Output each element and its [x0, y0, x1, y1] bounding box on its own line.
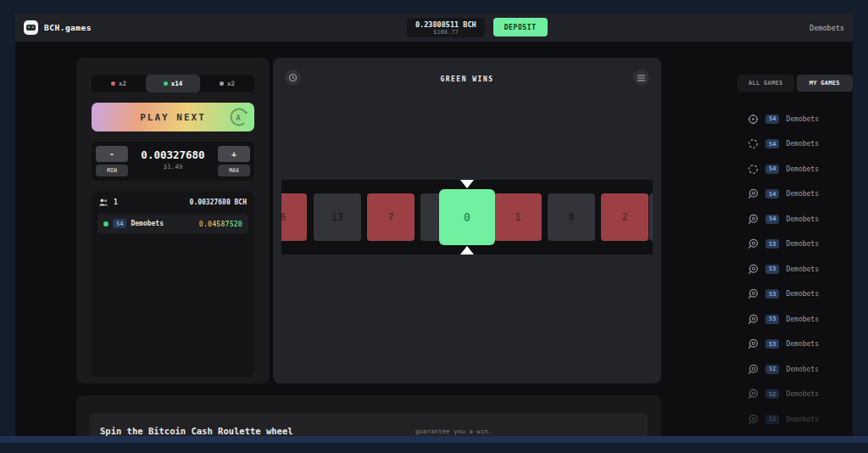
games-tabs: ALL GAMESMY GAMES [737, 75, 853, 92]
level-badge: 53 [765, 339, 779, 349]
roulette-icon [748, 389, 759, 400]
balance-amount: 0.23808511 BCH [415, 20, 476, 29]
level-badge: 54 [765, 215, 779, 224]
game-history-row[interactable]: 52Demobets [748, 411, 853, 428]
game-player-name: Demobets [786, 240, 819, 248]
game-history-row[interactable]: 54Demobets [748, 110, 853, 127]
multiplier-label: x2 [119, 80, 126, 87]
wheel-icon [748, 164, 759, 175]
svg-text:A: A [236, 113, 242, 122]
player-name: Demobets [131, 220, 164, 227]
bet-amount-value[interactable]: 0.00327680 [128, 148, 218, 161]
level-badge: 52 [765, 389, 779, 399]
roulette-tile-2: 2 [601, 193, 648, 241]
wallet-group: 0.23808511 BCH $108.77 DEPOSIT [407, 18, 548, 37]
auto-spin-icon: A [228, 106, 250, 128]
games-panel: ALL GAMESMY GAMES 54Demobets54Demobets54… [734, 58, 853, 442]
game-player-name: Demobets [786, 290, 819, 298]
multiplier-dot-icon [164, 81, 168, 86]
play-next-label: PLAY NEXT [140, 112, 206, 123]
game-player-name: Demobets [786, 140, 819, 148]
level-badge: 52 [765, 365, 779, 374]
brand[interactable]: BCH.games [24, 20, 92, 35]
level-badge: 54 [765, 139, 779, 148]
roulette-icon [748, 414, 759, 425]
bet-amount-box: - MIN 0.00327680 $1.49 + MAX [92, 142, 254, 181]
game-player-name: Demobets [786, 115, 819, 123]
deposit-button[interactable]: DEPOSIT [493, 18, 548, 36]
top-bar: BCH.games 0.23808511 BCH $108.77 DEPOSIT… [15, 14, 853, 42]
game-history-row[interactable]: 53Demobets [748, 286, 853, 303]
multiplier-label: x14 [171, 80, 183, 87]
game-player-name: Demobets [786, 190, 819, 198]
players-header: 1 0.00327680 BCH [97, 199, 248, 206]
roulette-tile-7: 7 [367, 193, 415, 241]
roulette-tile-1: 1 [494, 193, 542, 241]
online-dot-icon [103, 221, 108, 226]
roulette-icon [748, 288, 759, 299]
roulette-strip: 61371401829 [281, 180, 653, 254]
menu-button[interactable] [633, 70, 649, 86]
players-card: 1 0.00327680 BCH 54Demobets0.04587520 [92, 192, 254, 377]
roulette-tile-6: 6 [281, 193, 307, 241]
multiplier-label: x2 [227, 80, 235, 87]
games-tab-all-games[interactable]: ALL GAMES [737, 75, 794, 92]
bet-decrease-button[interactable]: - [96, 146, 128, 162]
app-window: BCH.games 0.23808511 BCH $108.77 DEPOSIT… [15, 14, 853, 442]
game-history-row[interactable]: 53Demobets [748, 336, 853, 353]
game-player-name: Demobets [786, 366, 819, 373]
main-area: x2x14x2 PLAY NEXT A - MIN 0.003276 [15, 42, 853, 442]
level-badge: 53 [765, 265, 779, 274]
multiplier-dot-icon [111, 81, 115, 86]
description-heading: Spin the Bitcoin Cash Roulette wheel [100, 426, 293, 436]
multiplier-tab-x14[interactable]: x14 [146, 75, 200, 92]
play-next-button[interactable]: PLAY NEXT A [92, 103, 254, 131]
bet-increase-button[interactable]: + [218, 146, 250, 162]
game-history-row[interactable]: 54Demobets [748, 210, 853, 227]
selector-arrow-up-icon [460, 246, 474, 254]
roulette-icon [748, 188, 759, 199]
game-history-row[interactable]: 53Demobets [748, 236, 853, 253]
game-player-name: Demobets [786, 340, 819, 348]
multiplier-tab-x2[interactable]: x2 [92, 75, 146, 92]
level-badge: 54 [113, 219, 126, 228]
level-badge: 53 [765, 239, 779, 249]
bottom-strip [0, 436, 868, 443]
balance-fiat: $108.77 [415, 29, 476, 36]
roulette-icon [748, 214, 759, 225]
level-badge: 54 [765, 189, 779, 199]
multiplier-tabs: x2x14x2 [92, 75, 254, 92]
brand-name: BCH.games [44, 23, 92, 32]
bet-min-button[interactable]: MIN [96, 165, 128, 176]
game-history-row[interactable]: 54Demobets [748, 160, 853, 177]
username[interactable]: Demobets [810, 24, 844, 32]
player-row[interactable]: 54Demobets0.04587520 [97, 214, 248, 233]
game-history-row[interactable]: 54Demobets [748, 186, 853, 203]
level-badge: 53 [765, 289, 779, 299]
roulette-tile-8: 8 [548, 193, 595, 241]
players-list: 54Demobets0.04587520 [97, 214, 248, 233]
multiplier-dot-icon [220, 81, 224, 86]
screen: BCH.games 0.23808511 BCH $108.77 DEPOSIT… [0, 0, 868, 453]
level-badge: 54 [765, 165, 779, 174]
player-bet-value: 0.04587520 [199, 220, 242, 228]
game-history-row[interactable]: 53Demobets [748, 310, 853, 327]
wheel-icon [748, 138, 759, 149]
description-card: Spin the Bitcoin Cash Roulette wheel gua… [76, 395, 661, 442]
game-history-row[interactable]: 54Demobets [748, 136, 853, 153]
game-player-name: Demobets [786, 390, 819, 398]
bet-amount-fiat: $1.49 [128, 163, 218, 171]
multiplier-tab-x2[interactable]: x2 [200, 75, 254, 92]
players-icon [99, 199, 109, 206]
game-history-row[interactable]: 52Demobets [748, 386, 853, 403]
players-total: 0.00327680 BCH [190, 199, 247, 206]
game-history-row[interactable]: 52Demobets [748, 361, 853, 378]
game-player-name: Demobets [786, 316, 819, 323]
game-player-name: Demobets [786, 266, 819, 273]
target-icon [748, 114, 759, 125]
balance-display[interactable]: 0.23808511 BCH $108.77 [407, 18, 485, 37]
games-tab-my-games[interactable]: MY GAMES [797, 75, 854, 92]
description-note: guarantee you a win. [415, 428, 492, 435]
game-history-row[interactable]: 53Demobets [748, 260, 853, 277]
bet-max-button[interactable]: MAX [218, 165, 250, 176]
